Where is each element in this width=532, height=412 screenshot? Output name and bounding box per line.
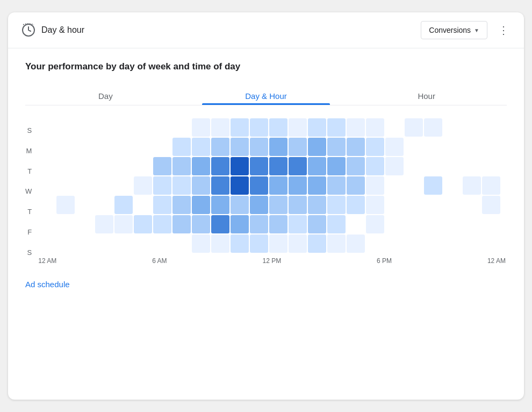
heatmap-cell[interactable] bbox=[211, 215, 229, 233]
heatmap-cell[interactable] bbox=[463, 138, 481, 156]
heatmap-cell[interactable] bbox=[308, 118, 326, 137]
heatmap-cell[interactable] bbox=[76, 196, 94, 214]
heatmap-cell[interactable] bbox=[482, 235, 500, 253]
heatmap-cell[interactable] bbox=[56, 176, 75, 195]
heatmap-cell[interactable] bbox=[347, 118, 365, 137]
heatmap-cell[interactable] bbox=[250, 215, 268, 233]
heatmap-cell[interactable] bbox=[366, 157, 384, 175]
heatmap-cell[interactable] bbox=[482, 176, 500, 195]
heatmap-cell[interactable] bbox=[463, 215, 481, 233]
heatmap-cell[interactable] bbox=[56, 118, 75, 137]
heatmap-cell[interactable] bbox=[463, 157, 481, 175]
tab-hour[interactable]: Hour bbox=[346, 87, 507, 105]
heatmap-cell[interactable] bbox=[211, 157, 229, 175]
heatmap-cell[interactable] bbox=[231, 235, 249, 253]
heatmap-cell[interactable] bbox=[327, 157, 346, 175]
heatmap-cell[interactable] bbox=[192, 138, 210, 156]
heatmap-cell[interactable] bbox=[192, 157, 210, 175]
heatmap-cell[interactable] bbox=[192, 196, 210, 214]
heatmap-cell[interactable] bbox=[443, 215, 462, 233]
heatmap-cell[interactable] bbox=[192, 235, 210, 253]
heatmap-cell[interactable] bbox=[231, 157, 249, 175]
heatmap-cell[interactable] bbox=[172, 157, 191, 175]
heatmap-cell[interactable] bbox=[463, 235, 481, 253]
heatmap-cell[interactable] bbox=[211, 138, 229, 156]
tab-day-hour[interactable]: Day & Hour bbox=[186, 87, 347, 105]
heatmap-cell[interactable] bbox=[269, 176, 287, 195]
heatmap-cell[interactable] bbox=[385, 138, 404, 156]
heatmap-cell[interactable] bbox=[114, 215, 133, 233]
heatmap-cell[interactable] bbox=[153, 215, 171, 233]
heatmap-cell[interactable] bbox=[347, 138, 365, 156]
heatmap-cell[interactable] bbox=[347, 196, 365, 214]
heatmap-cell[interactable] bbox=[405, 196, 423, 214]
heatmap-cell[interactable] bbox=[211, 176, 229, 195]
heatmap-cell[interactable] bbox=[95, 196, 113, 214]
heatmap-cell[interactable] bbox=[482, 196, 500, 214]
heatmap-cell[interactable] bbox=[172, 215, 191, 233]
heatmap-cell[interactable] bbox=[231, 196, 249, 214]
heatmap-cell[interactable] bbox=[95, 138, 113, 156]
heatmap-cell[interactable] bbox=[37, 196, 55, 214]
heatmap-cell[interactable] bbox=[250, 196, 268, 214]
heatmap-cell[interactable] bbox=[385, 196, 404, 214]
heatmap-cell[interactable] bbox=[172, 235, 191, 253]
heatmap-cell[interactable] bbox=[114, 138, 133, 156]
heatmap-cell[interactable] bbox=[405, 176, 423, 195]
heatmap-cell[interactable] bbox=[405, 138, 423, 156]
heatmap-cell[interactable] bbox=[269, 196, 287, 214]
heatmap-cell[interactable] bbox=[95, 215, 113, 233]
heatmap-cell[interactable] bbox=[385, 176, 404, 195]
heatmap-cell[interactable] bbox=[424, 215, 442, 233]
heatmap-cell[interactable] bbox=[289, 176, 307, 195]
heatmap-cell[interactable] bbox=[366, 215, 384, 233]
heatmap-cell[interactable] bbox=[211, 235, 229, 253]
heatmap-cell[interactable] bbox=[172, 118, 191, 137]
heatmap-cell[interactable] bbox=[289, 118, 307, 137]
heatmap-cell[interactable] bbox=[385, 215, 404, 233]
more-options-icon[interactable]: ⋮ bbox=[496, 22, 511, 39]
heatmap-cell[interactable] bbox=[366, 118, 384, 137]
heatmap-cell[interactable] bbox=[192, 176, 210, 195]
heatmap-cell[interactable] bbox=[231, 176, 249, 195]
heatmap-cell[interactable] bbox=[424, 176, 442, 195]
heatmap-cell[interactable] bbox=[289, 138, 307, 156]
heatmap-cell[interactable] bbox=[76, 215, 94, 233]
heatmap-cell[interactable] bbox=[366, 235, 384, 253]
heatmap-cell[interactable] bbox=[424, 235, 442, 253]
heatmap-cell[interactable] bbox=[289, 157, 307, 175]
heatmap-cell[interactable] bbox=[308, 196, 326, 214]
heatmap-cell[interactable] bbox=[37, 118, 55, 137]
heatmap-cell[interactable] bbox=[308, 235, 326, 253]
heatmap-cell[interactable] bbox=[443, 138, 462, 156]
heatmap-cell[interactable] bbox=[250, 235, 268, 253]
heatmap-cell[interactable] bbox=[37, 235, 55, 253]
heatmap-cell[interactable] bbox=[443, 157, 462, 175]
heatmap-cell[interactable] bbox=[424, 157, 442, 175]
heatmap-cell[interactable] bbox=[385, 157, 404, 175]
heatmap-cell[interactable] bbox=[424, 196, 442, 214]
heatmap-cell[interactable] bbox=[269, 118, 287, 137]
heatmap-cell[interactable] bbox=[327, 176, 346, 195]
heatmap-cell[interactable] bbox=[289, 196, 307, 214]
heatmap-cell[interactable] bbox=[114, 118, 133, 137]
heatmap-cell[interactable] bbox=[347, 176, 365, 195]
heatmap-cell[interactable] bbox=[56, 157, 75, 175]
heatmap-cell[interactable] bbox=[134, 118, 152, 137]
heatmap-cell[interactable] bbox=[289, 235, 307, 253]
heatmap-cell[interactable] bbox=[366, 196, 384, 214]
heatmap-cell[interactable] bbox=[76, 138, 94, 156]
heatmap-cell[interactable] bbox=[56, 215, 75, 233]
heatmap-cell[interactable] bbox=[482, 118, 500, 137]
heatmap-cell[interactable] bbox=[308, 157, 326, 175]
heatmap-cell[interactable] bbox=[405, 215, 423, 233]
heatmap-cell[interactable] bbox=[405, 235, 423, 253]
heatmap-cell[interactable] bbox=[231, 138, 249, 156]
heatmap-cell[interactable] bbox=[308, 176, 326, 195]
heatmap-cell[interactable] bbox=[134, 138, 152, 156]
heatmap-cell[interactable] bbox=[327, 215, 346, 233]
heatmap-cell[interactable] bbox=[37, 215, 55, 233]
heatmap-cell[interactable] bbox=[153, 196, 171, 214]
heatmap-cell[interactable] bbox=[37, 157, 55, 175]
heatmap-cell[interactable] bbox=[482, 215, 500, 233]
